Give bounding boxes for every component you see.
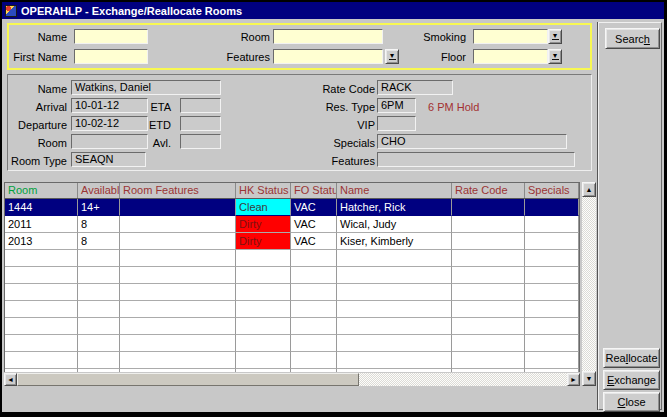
cell-name	[337, 250, 452, 267]
table-horizontal-scrollbar[interactable]: ◄ ►	[4, 373, 580, 386]
detail-room-label: Room	[8, 136, 67, 151]
cell-room_features	[120, 199, 236, 216]
features-input-wrap	[273, 49, 383, 64]
table-row-empty[interactable]	[5, 284, 579, 301]
cell-specials	[525, 267, 579, 284]
floor-input[interactable]	[476, 50, 545, 63]
cell-hk_status	[236, 301, 291, 318]
scroll-down-button[interactable]: ▼	[582, 371, 596, 386]
cell-hk_status	[236, 284, 291, 301]
close-button[interactable]: Close	[603, 392, 660, 412]
search-button[interactable]: Search	[605, 28, 660, 49]
cell-name	[337, 335, 452, 352]
cell-hk_status	[236, 318, 291, 335]
cell-available	[78, 369, 120, 372]
cell-room	[5, 267, 78, 284]
cell-hk_status	[236, 352, 291, 369]
cell-fo_status	[291, 267, 337, 284]
scroll-right-button[interactable]: ►	[567, 373, 580, 386]
app-icon	[5, 5, 17, 17]
horizontal-scroll-thumb[interactable]	[17, 373, 359, 386]
dropdown-icon: ▾	[552, 33, 559, 40]
table-row-empty[interactable]	[5, 352, 579, 369]
cell-fo_status: VAC	[291, 233, 337, 250]
specials-field: CHO	[377, 134, 567, 149]
column-header-specials[interactable]: Specials	[525, 183, 579, 198]
exchange-reallocate-rooms-window: OPERAHLP - Exchange/Reallocate Rooms Nam…	[0, 0, 667, 417]
cell-name	[337, 284, 452, 301]
smoking-dropdown-button[interactable]: ▾	[548, 29, 562, 44]
cell-available	[78, 267, 120, 284]
title-bar[interactable]: OPERAHLP - Exchange/Reallocate Rooms	[2, 2, 664, 19]
cell-room_features	[120, 233, 236, 250]
room-input-wrap	[273, 29, 383, 44]
reallocate-button[interactable]: Reallocate	[603, 348, 660, 368]
cell-room_features	[120, 216, 236, 233]
cell-specials	[525, 301, 579, 318]
cell-room_features	[120, 318, 236, 335]
cell-room_features	[120, 352, 236, 369]
cell-room	[5, 301, 78, 318]
table-row-empty[interactable]	[5, 301, 579, 318]
dropdown-icon: ▾	[552, 53, 559, 60]
cell-rate_code	[452, 199, 525, 216]
column-header-room_features[interactable]: Room Features	[120, 183, 236, 198]
smoking-input[interactable]	[476, 30, 545, 43]
window-title: OPERAHLP - Exchange/Reallocate Rooms	[21, 5, 242, 17]
features-input[interactable]	[276, 50, 380, 63]
detail-name-field: Watkins, Daniel	[71, 80, 221, 95]
column-header-name[interactable]: Name	[337, 183, 452, 198]
cell-available	[78, 335, 120, 352]
smoking-label: Smoking	[384, 30, 466, 45]
table-row[interactable]: 144414+CleanVACHatcher, Rick	[5, 199, 579, 216]
scroll-left-button[interactable]: ◄	[4, 373, 17, 386]
column-header-room[interactable]: Room	[5, 183, 78, 198]
cell-rate_code	[452, 335, 525, 352]
exchange-button[interactable]: Exchange	[603, 370, 660, 390]
eta-field	[180, 98, 221, 113]
table-row-empty[interactable]	[5, 369, 579, 372]
room-label: Room	[184, 30, 270, 45]
cell-name	[337, 318, 452, 335]
cell-room	[5, 250, 78, 267]
cell-hk_status	[236, 369, 291, 372]
cell-available	[78, 318, 120, 335]
column-header-hk_status[interactable]: HK Status	[236, 183, 291, 198]
table-row[interactable]: 20138DirtyVACKiser, Kimberly	[5, 233, 579, 250]
cell-room: 2011	[5, 216, 78, 233]
table-row-empty[interactable]	[5, 250, 579, 267]
column-header-fo_status[interactable]: FO Status	[291, 183, 337, 198]
cell-fo_status: VAC	[291, 199, 337, 216]
cell-specials	[525, 369, 579, 372]
cell-room_features	[120, 284, 236, 301]
cell-available	[78, 352, 120, 369]
table-header-row: RoomAvailableRoom FeaturesHK StatusFO St…	[5, 183, 579, 199]
cell-rate_code	[452, 250, 525, 267]
first-name-input[interactable]	[77, 50, 145, 63]
table-row[interactable]: 20118DirtyVACWical, Judy	[5, 216, 579, 233]
cell-room: 1444	[5, 199, 78, 216]
cell-fo_status: VAC	[291, 216, 337, 233]
table-row-empty[interactable]	[5, 335, 579, 352]
column-header-available[interactable]: Available	[78, 183, 120, 198]
name-input[interactable]	[77, 30, 145, 43]
cell-specials	[525, 250, 579, 267]
floor-dropdown-button[interactable]: ▾	[548, 49, 562, 64]
cell-room_features	[120, 335, 236, 352]
cell-available	[78, 301, 120, 318]
table-row-empty[interactable]	[5, 267, 579, 284]
cell-rate_code	[452, 216, 525, 233]
cell-available	[78, 250, 120, 267]
column-header-rate_code[interactable]: Rate Code	[452, 183, 525, 198]
name-input-wrap	[74, 29, 148, 44]
table-vertical-scrollbar[interactable]: ▲ ▼	[582, 182, 596, 386]
table-row-empty[interactable]	[5, 318, 579, 335]
cell-rate_code	[452, 233, 525, 250]
avl-field	[180, 134, 221, 149]
scroll-up-button[interactable]: ▲	[582, 182, 596, 197]
room-input[interactable]	[276, 30, 380, 43]
cell-available: 14+	[78, 199, 120, 216]
cell-room	[5, 352, 78, 369]
cell-room_features	[120, 267, 236, 284]
first-name-input-wrap	[74, 49, 148, 64]
